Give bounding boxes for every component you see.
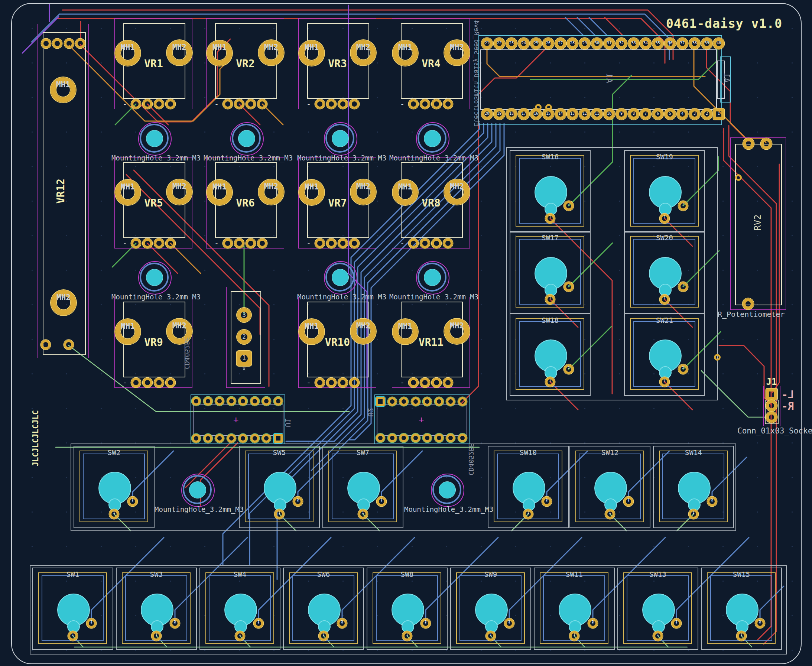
pad-number: 3 bbox=[239, 311, 249, 318]
pad-number: 1 bbox=[239, 354, 249, 361]
rv2-label: RV2 bbox=[753, 204, 763, 241]
u2-value-label: CD4052BE bbox=[467, 441, 475, 478]
pad[interactable] bbox=[766, 389, 777, 400]
pin-ring bbox=[423, 397, 432, 406]
pin-ring bbox=[399, 397, 408, 406]
pin-ring bbox=[376, 434, 385, 442]
pin-ring bbox=[458, 434, 467, 442]
pin-ring bbox=[399, 434, 408, 442]
pad[interactable] bbox=[64, 39, 74, 48]
j1-pin-l-label: -L bbox=[782, 389, 794, 401]
j1-ref-label: J1 bbox=[760, 377, 782, 387]
pad-number: 2 bbox=[239, 333, 249, 340]
pad[interactable] bbox=[41, 340, 51, 349]
via[interactable] bbox=[735, 174, 742, 181]
pin-ring bbox=[376, 397, 385, 406]
j1-value-label: Conn_01x03_Socket bbox=[737, 427, 812, 435]
mh1-label: MH1 bbox=[50, 80, 76, 89]
pin-ring bbox=[388, 434, 397, 442]
pad[interactable] bbox=[64, 340, 74, 349]
pin-ring bbox=[435, 434, 443, 442]
pad[interactable] bbox=[743, 138, 754, 149]
pcb-canvas: 0461-daisy v1.0 JLCJLCJLCJLC ElectroSmit… bbox=[0, 0, 812, 666]
mh2-label: MH2 bbox=[51, 293, 76, 302]
j1-pin-r-label: -R bbox=[782, 400, 794, 412]
via[interactable] bbox=[714, 354, 721, 361]
pin-ring bbox=[411, 434, 420, 442]
pin-ring bbox=[388, 397, 397, 406]
pad[interactable] bbox=[53, 39, 62, 48]
pad[interactable] bbox=[743, 298, 754, 310]
pin-ring bbox=[458, 397, 467, 406]
pad-mark: x bbox=[239, 366, 249, 371]
pad[interactable] bbox=[761, 138, 772, 149]
pad[interactable] bbox=[766, 400, 777, 411]
rv2-value-label: R_Potentiometer bbox=[718, 310, 785, 319]
pin-ring bbox=[446, 434, 455, 442]
pad[interactable] bbox=[41, 39, 51, 48]
pin-ring bbox=[435, 397, 443, 406]
via[interactable] bbox=[535, 104, 542, 111]
pad[interactable] bbox=[766, 412, 777, 423]
pin-ring bbox=[423, 434, 432, 442]
via[interactable] bbox=[545, 104, 552, 111]
pad[interactable] bbox=[76, 39, 85, 48]
pin-ring bbox=[411, 397, 420, 406]
vr12-label: VR12 bbox=[54, 173, 67, 210]
pin-ring bbox=[446, 397, 455, 406]
u2-pins bbox=[0, 0, 812, 666]
